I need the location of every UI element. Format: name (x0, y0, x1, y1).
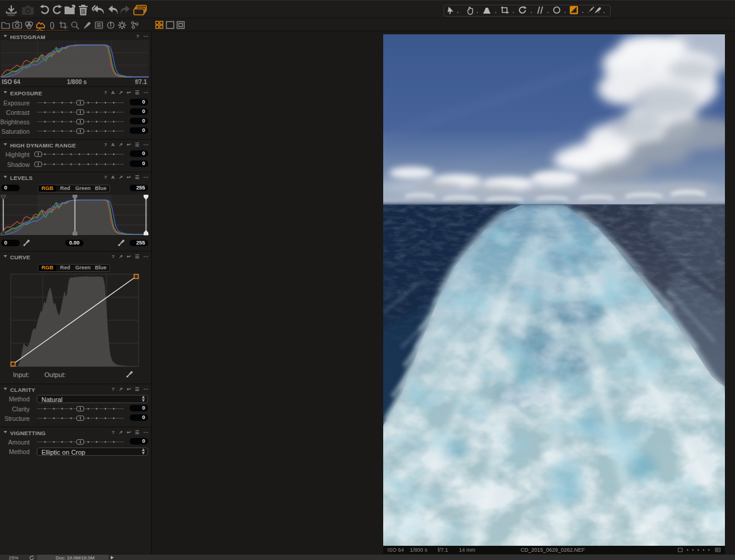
svg-text:Import: Import (8, 14, 16, 17)
